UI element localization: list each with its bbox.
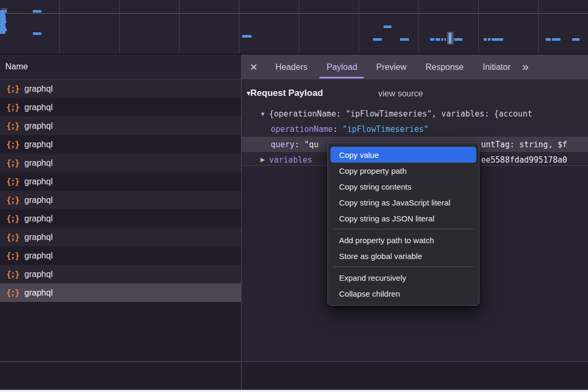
overview-gray-bar [1,8,7,10]
network-request-row[interactable]: {;}graphql [0,172,241,191]
request-name-label: graphql [24,288,52,298]
overview-request-bar [546,38,551,41]
request-name-label: graphql [24,177,52,186]
menu-item-copy-json-literal[interactable]: Copy string as JSON literal [331,210,476,226]
json-braces-icon: {;} [6,214,19,224]
overview-request-bar [454,38,462,41]
json-braces-icon: {;} [6,177,19,186]
json-value-left: "qu [304,140,318,149]
overview-request-bar [242,35,252,38]
overview-request-bar [33,32,41,35]
name-column-header[interactable]: Name [0,55,241,79]
menu-item-copy-string-contents[interactable]: Copy string contents [331,179,476,194]
menu-separator [333,266,474,267]
json-braces-icon: {;} [6,270,19,279]
view-source-link[interactable]: view source [378,89,423,99]
json-braces-icon: {;} [6,84,19,94]
name-column-label: Name [5,62,28,72]
request-payload-title[interactable]: ▾Request Payload [247,88,323,99]
json-key: operationName [271,124,333,134]
network-request-row[interactable]: {;}graphql [0,135,241,154]
json-braces-icon: {;} [6,288,19,298]
menu-item-expand-recursively[interactable]: Expand recursively [331,270,476,286]
status-bar-divider [0,361,588,362]
window-bottom-edge [0,390,588,392]
network-request-row[interactable]: {;}graphql [0,265,241,283]
request-name-label: graphql [24,195,52,205]
overview-request-bar [488,38,491,41]
network-request-row[interactable]: {;}graphql [0,246,241,265]
overview-request-bar [400,38,409,41]
request-name-label: graphql [24,140,52,149]
network-request-row[interactable]: {;}graphql [0,117,241,135]
json-braces-icon: {;} [6,103,19,112]
tab-preview[interactable]: Preview [367,55,416,79]
payload-preview-text: {operationName: "ipFlowTimeseries", vari… [269,109,532,119]
overview-request-bar [444,38,446,41]
menu-item-copy-property-path[interactable]: Copy property path [331,163,476,179]
overview-marker-bar [449,33,451,43]
request-name-label: graphql [24,233,52,242]
menu-item-store-global[interactable]: Store as global variable [331,248,476,264]
overview-request-bar [552,38,560,41]
request-name-label: graphql [24,214,52,224]
json-string-value: "ipFlowTimeseries" [342,124,429,134]
overview-request-bar [384,25,391,28]
menu-item-collapse-children[interactable]: Collapse children [331,286,476,301]
tab-payload[interactable]: Payload [317,55,367,79]
tab-headers[interactable]: Headers [266,55,317,79]
key-separator: : [295,140,304,149]
menu-separator [333,229,474,229]
request-name-label: graphql [24,158,52,168]
request-name-label: graphql [24,84,52,94]
network-request-row[interactable]: {;}graphql [0,79,241,98]
overview-request-bar [33,10,41,13]
request-name-label: graphql [24,251,52,261]
json-value-right: ee5588fdad995178a0 [481,152,567,167]
network-request-list: {;}graphql{;}graphql{;}graphql{;}graphql… [0,79,241,302]
json-key: query [271,140,295,149]
json-key: variables [269,155,312,165]
network-request-row[interactable]: {;}graphql [0,228,241,246]
devtools-network-panel: Name {;}graphql{;}graphql{;}graphql{;}gr… [0,0,588,392]
json-braces-icon: {;} [6,195,19,205]
key-separator: : [333,124,342,134]
json-value-right: untTag: string, $f [481,137,567,152]
payload-row-operationname[interactable]: operationName: "ipFlowTimeseries" [242,121,588,137]
context-menu: Copy value Copy property path Copy strin… [327,142,479,306]
request-name-label: graphql [24,121,52,131]
tab-response[interactable]: Response [416,55,473,79]
network-request-row[interactable]: {;}graphql [0,283,241,302]
json-braces-icon: {;} [6,158,19,168]
overview-gridline [0,13,588,14]
request-name-label: graphql [24,270,52,279]
close-icon[interactable]: ✕ [242,61,266,73]
overview-request-bar [0,31,5,34]
collapsed-arrow-icon[interactable]: ▶ [256,156,269,163]
json-braces-icon: {;} [6,121,19,131]
overview-request-bar [373,38,382,41]
overview-request-bar [572,38,580,41]
request-name-label: graphql [24,103,52,112]
network-request-row[interactable]: {;}graphql [0,154,241,172]
overview-request-bar [435,38,440,41]
overview-request-bar [484,38,487,41]
network-overview[interactable] [0,0,588,55]
network-request-row[interactable]: {;}graphql [0,191,241,209]
tab-initiator[interactable]: Initiator [473,55,520,79]
detail-tabbar: ✕ Headers Payload Preview Response Initi… [242,55,588,79]
menu-item-add-watch[interactable]: Add property path to watch [331,232,476,248]
expand-arrow-icon[interactable]: ▼ [256,111,269,117]
overview-request-bar [492,38,503,41]
overview-request-bar [430,38,434,41]
overview-request-bar [441,38,443,41]
menu-item-copy-value[interactable]: Copy value [331,147,476,163]
network-request-row[interactable]: {;}graphql [0,98,241,117]
json-braces-icon: {;} [6,251,19,261]
json-braces-icon: {;} [6,140,19,149]
payload-root-row[interactable]: ▼{operationName: "ipFlowTimeseries", var… [242,106,588,121]
menu-item-copy-js-literal[interactable]: Copy string as JavaScript literal [331,194,476,210]
json-braces-icon: {;} [6,233,19,242]
more-tabs-icon[interactable]: » [522,60,528,74]
network-request-row[interactable]: {;}graphql [0,209,241,228]
